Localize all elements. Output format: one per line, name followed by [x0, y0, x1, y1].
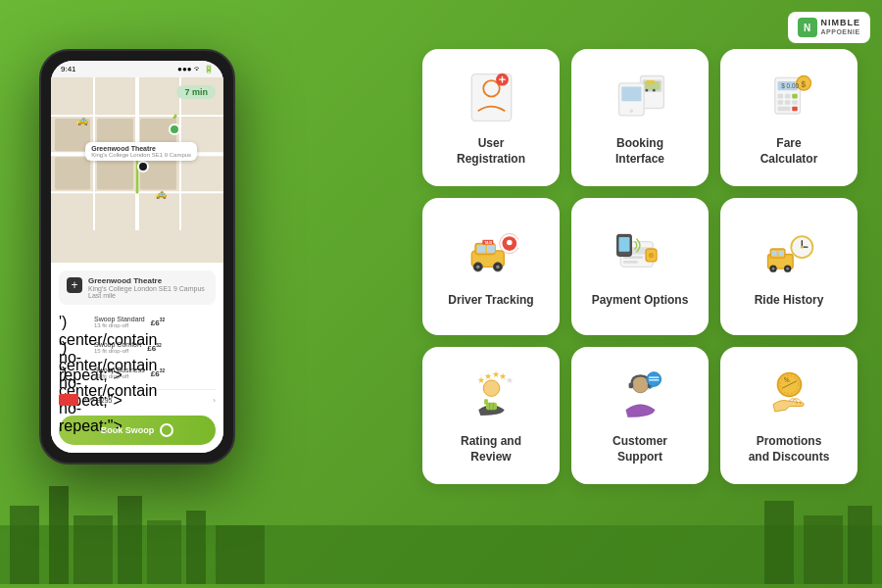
- map-area: 7 min Greenwood Theatre King's College L…: [51, 77, 223, 263]
- driver-tracking-icon: TAXI: [462, 224, 520, 283]
- taxi-icon-1: 🚕: [76, 115, 88, 125]
- svg-rect-70: [623, 261, 638, 264]
- rating-review-label: Rating andReview: [461, 434, 521, 465]
- svg-rect-41: [784, 94, 790, 99]
- customer-support-label: CustomerSupport: [612, 434, 667, 465]
- car-business-icon: ') center/contain no-repeat;">: [59, 365, 88, 380]
- svg-rect-47: [792, 107, 798, 112]
- feature-card-user-registration[interactable]: UserRegistration: [422, 49, 560, 186]
- svg-rect-53: [476, 245, 484, 252]
- svg-rect-54: [486, 245, 494, 252]
- add-stop-button[interactable]: +: [67, 277, 82, 293]
- svg-point-33: [645, 89, 648, 92]
- phone-status-bar: 9:41 ●●● ᯤ 🔋: [51, 61, 223, 77]
- svg-rect-20: [97, 157, 133, 189]
- svg-rect-43: [777, 100, 783, 105]
- user-registration-icon: [462, 68, 520, 126]
- svg-rect-42: [792, 94, 798, 99]
- feature-card-ride-history[interactable]: Ride History: [720, 198, 858, 335]
- svg-text:TAXI: TAXI: [484, 240, 492, 244]
- svg-rect-76: [778, 251, 784, 257]
- svg-point-62: [507, 240, 513, 246]
- ride-option-standard[interactable]: ') center/contain no-repeat;"> Swoop Sta…: [59, 311, 216, 332]
- clock-icon: [160, 423, 173, 437]
- svg-rect-45: [792, 100, 798, 105]
- ride-options-list: ') center/contain no-repeat;"> Swoop Sta…: [59, 311, 216, 383]
- feature-card-payment-options[interactable]: Payment Options: [571, 198, 709, 335]
- svg-rect-4: [118, 496, 142, 584]
- svg-rect-5: [147, 520, 181, 584]
- svg-point-84: [800, 245, 803, 248]
- ride-option-business[interactable]: ') center/contain no-repeat;"> Swoop Bus…: [59, 362, 216, 383]
- feature-card-promotions[interactable]: % Promotionsand Discounts: [720, 347, 858, 484]
- user-registration-label: UserRegistration: [457, 136, 525, 167]
- svg-text:%: %: [784, 376, 790, 383]
- promotions-label: Promotionsand Discounts: [749, 434, 830, 465]
- svg-rect-1: [10, 506, 39, 584]
- svg-rect-40: [777, 94, 783, 99]
- svg-rect-10: [848, 506, 872, 584]
- ride-option-comfort[interactable]: ') center/contain no-repeat;"> Swoop Com…: [59, 336, 216, 358]
- map-location-label: Greenwood Theatre King's College London …: [85, 142, 197, 161]
- svg-point-79: [771, 267, 774, 270]
- svg-rect-72: [618, 237, 629, 252]
- payment-options-icon: [611, 224, 669, 283]
- customer-support-icon: [611, 366, 669, 424]
- feature-card-fare-calculator[interactable]: $ $ 0.00 FareCalculator: [720, 49, 858, 186]
- svg-point-68: [648, 252, 654, 258]
- svg-rect-23: [55, 157, 90, 189]
- svg-rect-75: [771, 251, 777, 257]
- svg-text:★: ★: [506, 375, 514, 385]
- origin-pin: [137, 161, 149, 172]
- feature-card-customer-support[interactable]: CustomerSupport: [571, 347, 709, 484]
- booking-section: + Greenwood Theatre King's College Londo…: [51, 263, 223, 453]
- svg-rect-7: [216, 525, 265, 584]
- svg-rect-3: [74, 515, 113, 584]
- card-brand-icon: [59, 394, 78, 406]
- svg-rect-44: [784, 100, 790, 105]
- driver-tracking-label: Driver Tracking: [448, 293, 533, 309]
- logo: N NIMBLE APPOENIE: [788, 12, 871, 43]
- svg-rect-6: [186, 511, 206, 584]
- svg-rect-9: [804, 515, 843, 584]
- fare-calculator-label: FareCalculator: [760, 136, 818, 167]
- chevron-right-icon: ›: [213, 396, 216, 405]
- logo-icon: N: [798, 18, 817, 37]
- map-time-badge: 7 min: [176, 85, 216, 99]
- city-silhouette: [0, 466, 882, 588]
- svg-point-80: [786, 267, 789, 270]
- fare-calculator-icon: $ $ 0.00: [760, 68, 818, 126]
- current-location-card: + Greenwood Theatre King's College Londo…: [59, 270, 216, 305]
- svg-rect-32: [646, 80, 655, 84]
- phone-mockup: 9:41 ●●● ᯤ 🔋: [39, 49, 235, 465]
- svg-text:$: $: [801, 79, 806, 88]
- ride-history-label: Ride History: [755, 293, 824, 309]
- svg-point-95: [632, 376, 649, 393]
- svg-rect-36: [621, 86, 641, 101]
- taxi-icon-2: 🚕: [155, 188, 167, 199]
- svg-rect-46: [777, 107, 790, 112]
- svg-point-58: [496, 265, 500, 269]
- svg-point-57: [475, 265, 479, 269]
- feature-card-rating-review[interactable]: ★ ★ ★ ★ ★ Rating andReview: [422, 347, 560, 484]
- feature-card-booking-interface[interactable]: BookingInterface: [571, 49, 709, 186]
- svg-rect-92: [484, 399, 488, 405]
- booking-interface-label: BookingInterface: [615, 136, 664, 167]
- svg-point-34: [652, 89, 655, 92]
- svg-rect-2: [49, 486, 69, 584]
- features-grid: UserRegistration BookingInterface: [422, 49, 858, 484]
- ride-history-icon: [760, 224, 818, 283]
- car-comfort-icon: ') center/contain no-repeat;">: [59, 339, 88, 355]
- svg-point-85: [483, 380, 500, 397]
- payment-options-label: Payment Options: [592, 293, 689, 309]
- svg-rect-8: [764, 501, 794, 584]
- svg-rect-96: [628, 383, 633, 389]
- feature-card-driver-tracking[interactable]: TAXI Driver Tracking: [422, 198, 560, 335]
- svg-text:$ 0.00: $ 0.00: [781, 82, 799, 89]
- booking-interface-icon: [611, 68, 669, 126]
- car-standard-icon: ') center/contain no-repeat;">: [59, 314, 88, 329]
- logo-text: NIMBLE APPOENIE: [821, 18, 861, 36]
- svg-point-98: [646, 372, 661, 387]
- rating-review-icon: ★ ★ ★ ★ ★: [462, 366, 520, 424]
- promotions-icon: %: [760, 366, 818, 424]
